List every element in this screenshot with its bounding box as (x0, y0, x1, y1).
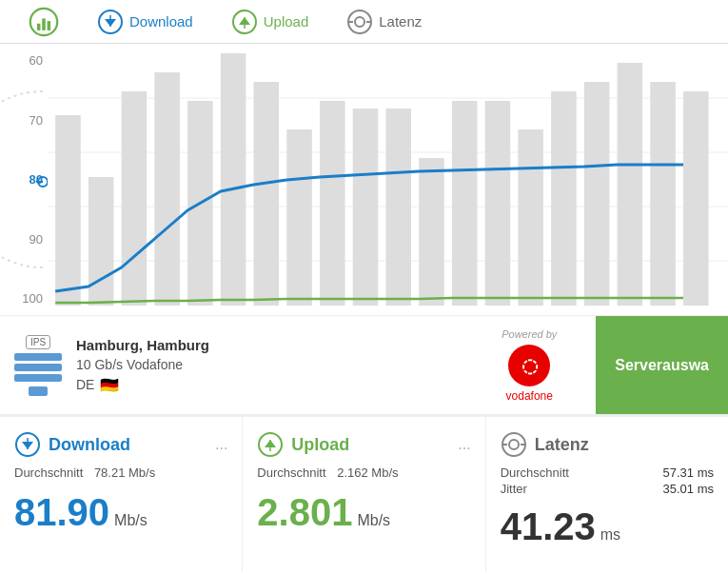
chart-svg (48, 44, 728, 315)
vodafone-circle-icon: ◌ (508, 345, 550, 386)
svg-rect-2 (42, 18, 46, 30)
tab-upload[interactable]: Upload (212, 9, 328, 35)
download-avg-label: Durchschnitt (14, 465, 83, 480)
download-panel: Download ... Durchschnitt 78.21 Mb/s 81.… (0, 417, 243, 572)
download-main-value: 81.90 (14, 493, 109, 531)
server-bar-3 (14, 374, 62, 382)
upload-stat-title: Upload (291, 435, 349, 455)
svg-rect-21 (89, 177, 114, 306)
ips-label: IPS (26, 335, 50, 349)
upload-value-row: 2.801 Mb/s (257, 488, 470, 531)
server-info: IPS Hamburg, Hamburg 10 Gb/s Vodafone DE… (0, 315, 728, 415)
latenz-avg-values: Durchschnitt 57.31 ms Jitter 35.01 ms (501, 465, 714, 498)
download-avg-value: 78.21 Mb/s (94, 465, 155, 480)
svg-rect-34 (518, 129, 543, 306)
tab-download[interactable]: Download (78, 9, 212, 35)
vodafone-logo: ◌ vodafone (506, 345, 553, 403)
upload-title-area: Upload (257, 431, 349, 458)
tab-chart[interactable] (10, 7, 78, 37)
latenz-icon (346, 9, 373, 35)
server-select-button[interactable]: Serverauswa (596, 316, 728, 414)
latenz-panel: Latenz Durchschnitt 57.31 ms Jitter 35.0… (486, 417, 728, 572)
upload-header: Upload ... (257, 431, 470, 458)
tab-upload-label: Upload (264, 13, 309, 30)
upload-avg-label: Durchschnitt (257, 465, 325, 480)
download-avg: Durchschnitt 78.21 Mb/s (14, 465, 227, 480)
upload-icon (231, 9, 258, 35)
svg-rect-33 (485, 101, 511, 306)
download-stat-title: Download (49, 435, 130, 455)
svg-rect-29 (353, 109, 379, 306)
svg-rect-26 (254, 82, 280, 306)
latenz-unit: ms (600, 526, 620, 544)
powered-area: Powered by ◌ vodafone (462, 316, 596, 414)
country-flag: 🇩🇪 (100, 376, 119, 394)
svg-rect-25 (221, 53, 246, 306)
latenz-avg-label: Durchschnitt (501, 465, 569, 480)
server-stack-icon (14, 353, 62, 396)
download-unit: Mb/s (114, 512, 148, 529)
chart-container (48, 44, 728, 315)
server-connector (29, 386, 48, 396)
svg-rect-27 (286, 129, 312, 306)
svg-rect-22 (122, 91, 148, 306)
svg-rect-20 (55, 115, 81, 306)
svg-point-47 (509, 440, 519, 449)
upload-stat-icon (257, 431, 284, 458)
powered-by-text: Powered by (502, 328, 557, 340)
download-more-button[interactable]: ... (215, 436, 227, 453)
y-axis: 60 70 80 90 100 (0, 44, 48, 315)
svg-rect-31 (419, 158, 444, 306)
top-tabs: Download Upload Latenz (0, 0, 728, 44)
download-icon (97, 9, 124, 35)
svg-rect-32 (452, 101, 478, 306)
svg-rect-1 (37, 23, 41, 30)
upload-avg: Durchschnitt 2.162 Mb/s (257, 465, 470, 480)
latenz-main-value: 41.23 (501, 507, 596, 545)
svg-rect-38 (650, 82, 676, 306)
ips-box: IPS (14, 335, 62, 396)
upload-avg-value: 2.162 Mb/s (337, 465, 398, 480)
latenz-header: Latenz (501, 431, 714, 458)
chart-icon (29, 7, 59, 37)
gauge-arc (0, 44, 48, 315)
svg-point-11 (355, 17, 364, 27)
download-header: Download ... (14, 431, 227, 458)
tab-latenz-label: Latenz (379, 13, 422, 30)
latenz-stat-icon (501, 431, 527, 458)
server-country: DE 🇩🇪 (76, 376, 462, 394)
latenz-avg-row: Durchschnitt 57.31 ms (501, 465, 714, 480)
svg-rect-28 (320, 101, 345, 306)
tab-latenz[interactable]: Latenz (327, 9, 441, 35)
latenz-value-row: 41.23 ms (501, 503, 714, 545)
download-stat-icon (14, 431, 41, 458)
latenz-jitter-value: 35.01 ms (663, 482, 714, 496)
svg-rect-3 (48, 21, 51, 30)
upload-main-value: 2.801 (257, 493, 352, 531)
tab-download-label: Download (129, 13, 193, 30)
latenz-title-area: Latenz (501, 431, 589, 458)
svg-rect-35 (551, 91, 577, 306)
bottom-stats: Download ... Durchschnitt 78.21 Mb/s 81.… (0, 415, 728, 572)
svg-rect-30 (385, 109, 411, 306)
upload-more-button[interactable]: ... (458, 436, 470, 453)
vodafone-text: vodafone (506, 389, 553, 403)
server-bar-2 (14, 364, 62, 371)
server-speed: 10 Gb/s Vodafone (76, 357, 462, 372)
svg-rect-36 (584, 82, 610, 306)
svg-rect-23 (154, 72, 180, 306)
server-city: Hamburg, Hamburg (76, 337, 462, 353)
download-title-area: Download (14, 431, 130, 458)
svg-rect-37 (618, 63, 643, 306)
server-bar-1 (14, 353, 62, 361)
upload-unit: Mb/s (357, 512, 390, 529)
server-icon-area: IPS (0, 316, 76, 414)
chart-area: 60 70 80 90 100 (0, 44, 728, 315)
latenz-stat-title: Latenz (535, 435, 589, 455)
country-code: DE (76, 377, 94, 392)
latenz-jitter-label: Jitter (501, 482, 527, 496)
upload-panel: Upload ... Durchschnitt 2.162 Mb/s 2.801… (243, 417, 485, 572)
svg-rect-39 (683, 91, 709, 306)
server-details: Hamburg, Hamburg 10 Gb/s Vodafone DE 🇩🇪 (76, 316, 462, 414)
latenz-jitter-row: Jitter 35.01 ms (501, 482, 714, 496)
